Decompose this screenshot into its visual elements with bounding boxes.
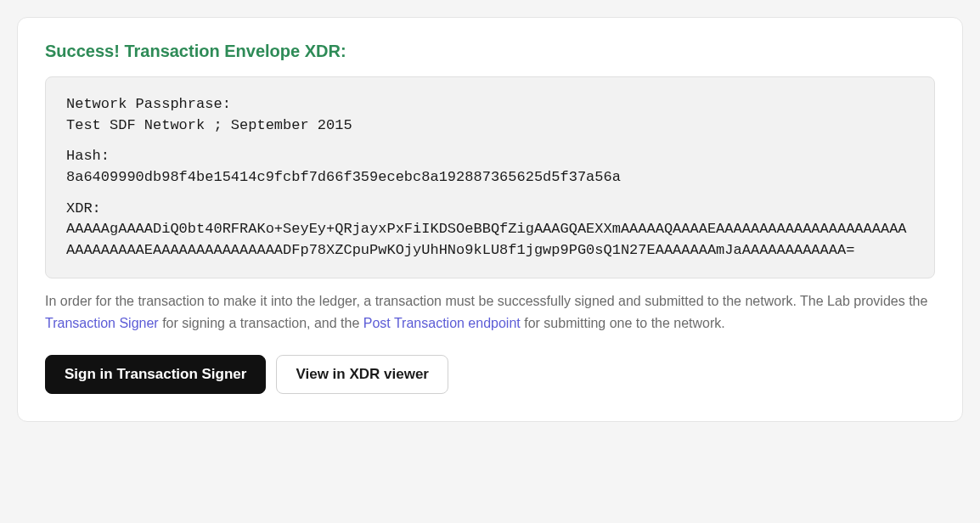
xdr-section: XDR: AAAAAgAAAADiQ0bt40RFRAKo+SeyEy+QRja…	[66, 199, 914, 262]
xdr-code-block: Network Passphrase: Test SDF Network ; S…	[45, 76, 935, 278]
info-pre: In order for the transaction to make it …	[45, 294, 927, 308]
hash-value: 8a6409990db98f4be15414c9fcbf7d66f359eceb…	[66, 167, 914, 188]
button-row: Sign in Transaction Signer View in XDR v…	[45, 355, 935, 394]
info-mid: for signing a transaction, and the	[159, 316, 363, 330]
passphrase-section: Network Passphrase: Test SDF Network ; S…	[66, 94, 914, 136]
passphrase-label: Network Passphrase:	[66, 94, 914, 115]
info-text: In order for the transaction to make it …	[45, 290, 935, 334]
hash-section: Hash: 8a6409990db98f4be15414c9fcbf7d66f3…	[66, 146, 914, 188]
post-transaction-endpoint-link[interactable]: Post Transaction endpoint	[363, 316, 521, 330]
info-post: for submitting one to the network.	[521, 316, 725, 330]
result-card: Success! Transaction Envelope XDR: Netwo…	[17, 17, 963, 422]
xdr-label: XDR:	[66, 199, 914, 220]
passphrase-value: Test SDF Network ; September 2015	[66, 115, 914, 137]
xdr-value: AAAAAgAAAADiQ0bt40RFRAKo+SeyEy+QRjayxPxF…	[66, 219, 914, 261]
view-in-xdr-viewer-button[interactable]: View in XDR viewer	[276, 355, 448, 394]
hash-label: Hash:	[66, 146, 914, 167]
transaction-signer-link[interactable]: Transaction Signer	[45, 316, 159, 330]
success-title: Success! Transaction Envelope XDR:	[45, 42, 935, 61]
sign-in-transaction-signer-button[interactable]: Sign in Transaction Signer	[45, 355, 266, 394]
